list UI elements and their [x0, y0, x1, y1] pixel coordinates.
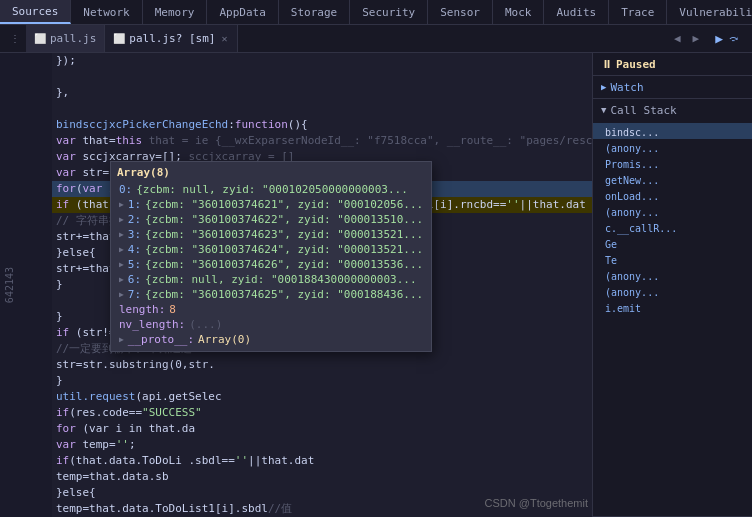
tooltip-item-4[interactable]: 4: {zcbm: "360100374624", zyid: "0000135…	[117, 242, 425, 257]
code-528: });	[52, 53, 592, 69]
file-icon-sm: ⬜	[113, 33, 125, 44]
tab-mock[interactable]: Mock	[493, 0, 545, 24]
tab-sensor[interactable]: Sensor	[428, 0, 493, 24]
tab-storage[interactable]: Storage	[279, 0, 350, 24]
tab-network[interactable]: Network	[71, 0, 142, 24]
callstack-item-7[interactable]: Ge	[593, 235, 752, 251]
close-file-tab-button[interactable]: ✕	[219, 32, 229, 45]
tooltip-item-6[interactable]: 6: {zcbm: null, zyid: "00018843000000000…	[117, 272, 425, 287]
callstack-label: Call Stack	[610, 104, 676, 117]
code-552: var temp='';	[52, 437, 592, 453]
tab-vulnerability[interactable]: Vulnerability	[667, 0, 752, 24]
main-content: 642143 ▶	[0, 53, 752, 517]
tooltip-item-3[interactable]: 3: {zcbm: "360100374623", zyid: "0000135…	[117, 227, 425, 242]
app-container: Sources Network Memory AppData Storage S…	[0, 0, 752, 517]
file-tab-pall-sm[interactable]: ⬜ pall.js? [sm] ✕	[105, 25, 238, 52]
debug-controls: ▶ ⤼	[707, 29, 746, 48]
code-532: bindsccjxcPickerChangeEchd:function(){	[52, 117, 592, 133]
tab-sources[interactable]: Sources	[0, 0, 71, 24]
callstack-header[interactable]: ▼ Call Stack	[593, 99, 752, 121]
callstack-item-5[interactable]: (anony...	[593, 203, 752, 219]
callstack-arrow: ▼	[601, 105, 606, 115]
tab-appdata[interactable]: AppData	[207, 0, 278, 24]
step-over-button[interactable]: ⤼	[727, 30, 740, 47]
tab-audits[interactable]: Audits	[544, 0, 609, 24]
sidebar-labels: 642143	[0, 53, 52, 517]
code-533: var that=this that = ie {__wxExparserNod…	[52, 133, 592, 149]
watermark: CSDN @Ttogethemit	[485, 497, 588, 509]
right-panel: ⏸ Paused ▶ Watch ▼ Call Stack bindsc...	[592, 53, 752, 517]
tab-nav-right[interactable]: ▶	[689, 30, 704, 47]
tab-memory[interactable]: Memory	[143, 0, 208, 24]
paused-header: ⏸ Paused	[593, 53, 752, 75]
tab-security[interactable]: Security	[350, 0, 428, 24]
tooltip-item-5[interactable]: 5: {zcbm: "360100374626", zyid: "0000135…	[117, 257, 425, 272]
watch-arrow: ▶	[601, 82, 606, 92]
tooltip-length: length: 8	[117, 302, 425, 317]
callstack-item-6[interactable]: c.__callR...	[593, 219, 752, 235]
file-tab-actions: ◀ ▶ ▶ ⤼	[664, 25, 752, 52]
code-531	[52, 101, 592, 117]
tooltip-item-1[interactable]: 1: {zcbm: "360100374621", zyid: "0001020…	[117, 197, 425, 212]
code-550: if(res.code=="SUCCESS"	[52, 405, 592, 421]
tooltip-title: Array(8)	[117, 166, 425, 179]
tab-nav-left[interactable]: ◀	[670, 30, 685, 47]
callstack-item-8[interactable]: Te	[593, 251, 752, 267]
file-tab-group: ⬜ pall.js ⬜ pall.js? [sm] ✕	[26, 25, 664, 52]
callstack-item-2[interactable]: Promis...	[593, 155, 752, 171]
pause-icon: ⏸	[601, 58, 612, 71]
watch-header[interactable]: ▶ Watch	[593, 76, 752, 98]
watch-section: ▶ Watch	[593, 76, 752, 99]
top-nav: Sources Network Memory AppData Storage S…	[0, 0, 752, 25]
callstack-item-9[interactable]: (anony...	[593, 267, 752, 283]
file-tab-label: pall.js	[50, 32, 96, 45]
paused-section: ⏸ Paused	[593, 53, 752, 76]
sidebar-label-1: 642143	[0, 265, 52, 305]
tooltip-nv-length: nv_length: (...)	[117, 317, 425, 332]
file-tab-pall[interactable]: ⬜ pall.js	[26, 25, 105, 52]
callstack-item-0[interactable]: bindsc...	[593, 123, 752, 139]
code-548: }	[52, 373, 592, 389]
file-icon: ⬜	[34, 33, 46, 44]
callstack-item-11[interactable]: i.emit	[593, 299, 752, 315]
paused-label: Paused	[616, 58, 656, 71]
file-tabs-bar: ⋮ ⬜ pall.js ⬜ pall.js? [sm] ✕ ◀ ▶ ▶ ⤼	[0, 25, 752, 53]
code-530: },	[52, 85, 592, 101]
tab-trace[interactable]: Trace	[609, 0, 667, 24]
callstack-section: ▼ Call Stack bindsc... (anony... Promis.…	[593, 99, 752, 517]
callstack-item-3[interactable]: getNew...	[593, 171, 752, 187]
sidebar-toggle[interactable]: ⋮	[4, 25, 26, 52]
code-529	[52, 69, 592, 85]
code-editor[interactable]: 642143 ▶	[0, 53, 592, 517]
tooltip-item-7[interactable]: 7: {zcbm: "360100374625", zyid: "0001884…	[117, 287, 425, 302]
resume-button[interactable]: ▶	[713, 29, 725, 48]
tooltip-proto[interactable]: __proto__: Array(0)	[117, 332, 425, 347]
code-554: temp=that.data.sb	[52, 469, 592, 485]
callstack-item-4[interactable]: onLoad...	[593, 187, 752, 203]
code-549: util.request(api.getSelec	[52, 389, 592, 405]
file-tab-label-sm: pall.js? [sm]	[129, 32, 215, 45]
watch-label: Watch	[610, 81, 643, 94]
code-547: str=str.substring(0,str.	[52, 357, 592, 373]
tooltip-popup: Array(8) 0: {zcbm: null, zyid: "00010205…	[110, 161, 432, 352]
code-551: for (var i in that.da	[52, 421, 592, 437]
code-553: if(that.data.ToDoLi .sbdl==''||that.dat	[52, 453, 592, 469]
call-stack-list: bindsc... (anony... Promis... getNew... …	[593, 121, 752, 317]
tooltip-item-0[interactable]: 0: {zcbm: null, zyid: "00010205000000000…	[117, 182, 425, 197]
callstack-item-10[interactable]: (anony...	[593, 283, 752, 299]
callstack-item-1[interactable]: (anony...	[593, 139, 752, 155]
tooltip-item-2[interactable]: 2: {zcbm: "360100374622", zyid: "0000135…	[117, 212, 425, 227]
